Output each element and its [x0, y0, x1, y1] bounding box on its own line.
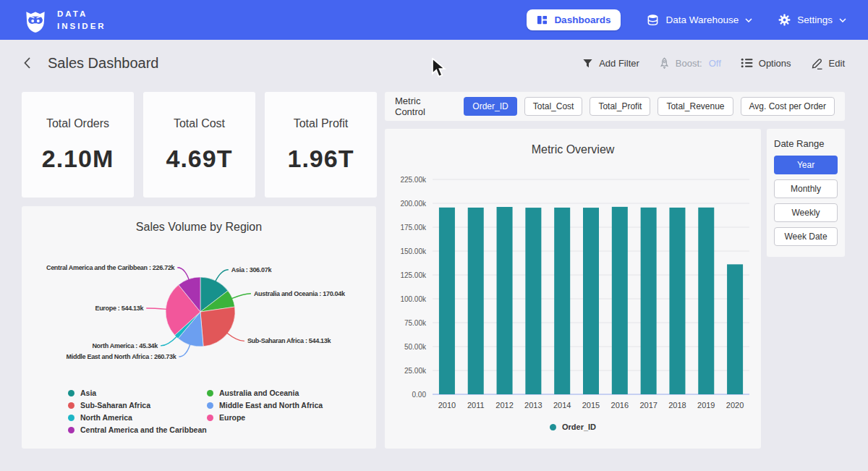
legend-item[interactable]: Australia and Oceania	[207, 389, 346, 397]
bar-legend[interactable]: Order_ID	[385, 423, 761, 431]
x-axis-label: 2020	[726, 401, 744, 410]
options-button[interactable]: Options	[741, 57, 791, 69]
pie-legend-column: Australia and OceaniaMiddle East and Nor…	[207, 389, 346, 434]
top-navbar: DATA INSIDER Dashboards Data Warehou	[0, 0, 868, 40]
bar-2011[interactable]	[468, 208, 484, 394]
legend-item[interactable]: Europe	[207, 413, 346, 422]
chevron-down-icon	[839, 18, 846, 22]
boost-toggle[interactable]: Boost: Off	[659, 57, 721, 69]
bar-2010[interactable]	[439, 208, 455, 394]
stat-value: 1.96T	[288, 145, 354, 173]
options-label: Options	[759, 58, 791, 69]
metric-control-label: Metric Control	[395, 96, 453, 117]
boost-label: Boost:	[676, 58, 702, 69]
y-axis-tick: 175.00k	[400, 224, 427, 232]
x-axis-label: 2019	[697, 401, 715, 410]
brand-line-1: DATA	[57, 8, 106, 20]
dashboards-button[interactable]: Dashboards	[527, 9, 621, 30]
legend-label: Europe	[219, 413, 245, 422]
pie-label-line	[231, 294, 251, 299]
date-range-label: Date Range	[774, 138, 838, 149]
stat-label: Total Cost	[174, 117, 225, 130]
legend-label: Central America and the Caribbean	[80, 425, 207, 434]
chip-order-id[interactable]: Order_ID	[464, 97, 516, 116]
bar-2015[interactable]	[583, 208, 599, 394]
settings-menu[interactable]: Settings	[778, 14, 846, 26]
bar-2014[interactable]	[554, 208, 570, 394]
bar-2016[interactable]	[612, 207, 628, 394]
chip-total-profit[interactable]: Total_Profit	[590, 97, 650, 116]
nav-menu: Dashboards Data Warehouse	[527, 9, 846, 30]
x-axis-label: 2014	[553, 401, 571, 410]
mouse-cursor-icon	[431, 58, 447, 78]
back-chevron-icon[interactable]	[23, 56, 31, 69]
range-btn-week-date[interactable]: Week Date	[774, 227, 838, 246]
pie-label-line	[216, 270, 229, 281]
pie-slice[interactable]	[179, 277, 200, 312]
x-axis-label: 2017	[639, 401, 657, 410]
legend-dot	[68, 415, 75, 421]
legend-item[interactable]: Middle East and North Africa	[207, 401, 346, 410]
pie-slice[interactable]	[175, 312, 201, 339]
y-axis-tick: 125.00k	[400, 271, 427, 279]
pie-slice[interactable]	[166, 285, 200, 336]
metric-control-buttons: Order_IDTotal_CostTotal_ProfitTotal_Reve…	[464, 97, 835, 116]
database-icon	[647, 14, 659, 26]
y-axis-tick: 0.00	[412, 391, 427, 399]
pie-slice-label: Middle East and North Africa : 260.73k	[67, 353, 177, 360]
pie-legend-column: AsiaSub-Saharan AfricaNorth AmericaCentr…	[68, 389, 207, 434]
header-left: Sales Dashboard	[23, 55, 158, 72]
x-axis-label: 2016	[611, 401, 629, 410]
bar-2012[interactable]	[497, 207, 513, 394]
pie-label-line	[161, 336, 177, 346]
pie-slice-label: North America : 45.34k	[92, 342, 158, 349]
legend-dot	[68, 390, 75, 396]
bar-2018[interactable]	[669, 208, 685, 394]
y-axis-tick: 100.00k	[400, 295, 427, 303]
y-axis-tick: 50.00k	[404, 343, 427, 351]
y-axis-tick: 25.00k	[404, 367, 427, 375]
data-warehouse-label: Data Warehouse	[665, 14, 739, 25]
stat-card: Total Cost4.69T	[143, 92, 255, 198]
legend-label: Sub-Saharan Africa	[80, 401, 150, 410]
bar-2020[interactable]	[727, 264, 743, 394]
pie-legend: AsiaSub-Saharan AfricaNorth AmericaCentr…	[68, 389, 346, 434]
chip-avg-cost-per-order[interactable]: Avg. Cost per Order	[741, 97, 835, 116]
pie-slice-label: Asia : 306.07k	[231, 266, 273, 273]
stat-value: 4.69T	[166, 145, 233, 173]
legend-dot	[68, 402, 75, 409]
bar-2013[interactable]	[525, 208, 541, 394]
range-btn-monthly[interactable]: Monthly	[774, 179, 838, 198]
chip-total-revenue[interactable]: Total_Revenue	[658, 97, 733, 116]
settings-label: Settings	[797, 14, 833, 25]
brand-line-2: INSIDER	[57, 20, 106, 33]
owl-logo-icon	[22, 7, 49, 34]
edit-button[interactable]: Edit	[811, 57, 845, 69]
legend-item[interactable]: Central America and the Caribbean	[68, 425, 207, 434]
bar-2019[interactable]	[698, 208, 714, 394]
pie-slice[interactable]	[200, 307, 235, 347]
pie-label-line	[179, 344, 190, 357]
sales-dashboard-app: DATA INSIDER Dashboards Data Warehou	[0, 0, 868, 471]
legend-label: North America	[80, 413, 132, 422]
range-btn-year[interactable]: Year	[774, 156, 838, 174]
legend-item[interactable]: Asia	[68, 389, 207, 397]
pie-slice-label: Europe : 544.13k	[95, 305, 144, 312]
legend-dot	[68, 427, 75, 433]
bar-2017[interactable]	[641, 208, 657, 394]
date-range-buttons: YearMonthlyWeeklyWeek Date	[774, 156, 838, 246]
pie-slice[interactable]	[178, 312, 203, 347]
legend-item[interactable]: North America	[68, 413, 207, 422]
pie-slice[interactable]	[200, 277, 228, 312]
pie-label-line	[227, 333, 244, 341]
range-btn-weekly[interactable]: Weekly	[774, 203, 838, 222]
pie-slice[interactable]	[200, 291, 235, 312]
add-filter-button[interactable]: Add Filter	[582, 58, 639, 69]
x-axis-label: 2015	[582, 401, 600, 410]
pie-chart-title: Sales Volume by Region	[22, 221, 376, 234]
legend-item[interactable]: Sub-Saharan Africa	[68, 401, 207, 410]
data-warehouse-menu[interactable]: Data Warehouse	[647, 14, 752, 26]
stat-card: Total Orders2.10M	[22, 92, 134, 198]
chip-total-cost[interactable]: Total_Cost	[524, 97, 583, 116]
dashboards-label: Dashboards	[554, 14, 610, 25]
